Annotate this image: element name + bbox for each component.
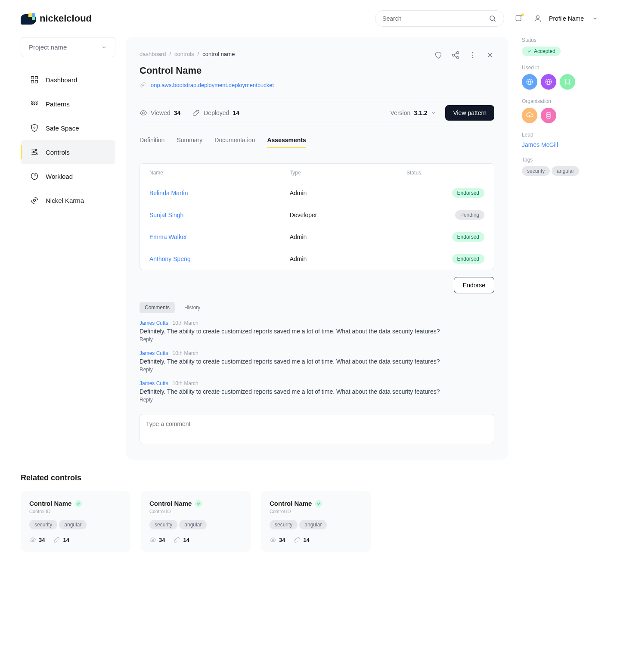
svg-point-33 — [32, 539, 34, 541]
share-icon[interactable] — [451, 51, 460, 59]
sidebar-item-label: Workload — [46, 173, 73, 180]
lead-label: Lead — [522, 132, 599, 138]
search-input[interactable] — [382, 15, 485, 22]
svg-point-23 — [472, 55, 474, 56]
logo-icon — [21, 12, 36, 25]
brand-logo[interactable]: nickelcloud — [21, 12, 92, 25]
breadcrumb-dashboard[interactable]: dashboard — [140, 51, 166, 57]
org-icon[interactable] — [541, 108, 556, 123]
tab-definition[interactable]: Definition — [140, 137, 164, 148]
svg-point-8 — [34, 101, 35, 102]
usedin-icon[interactable] — [560, 74, 575, 90]
views-stat: 34 — [149, 536, 165, 543]
comment-author[interactable]: James Cutts — [140, 350, 168, 356]
notification-icon[interactable] — [515, 14, 523, 23]
check-icon — [195, 500, 202, 507]
usedin-icon[interactable] — [541, 74, 556, 90]
heart-icon[interactable] — [434, 51, 443, 59]
table-row: Emma Walker Admin Endorsed — [140, 226, 494, 248]
view-pattern-button[interactable]: View pattern — [445, 105, 494, 121]
table-row: Anthony Speng Admin Endorsed — [140, 248, 494, 270]
related-card-title: Control Name — [270, 500, 362, 507]
chevron-down-icon — [591, 14, 599, 23]
svg-point-29 — [569, 79, 570, 81]
profile-menu[interactable]: Profile Name — [533, 14, 599, 23]
profile-name: Profile Name — [549, 15, 584, 22]
project-selector[interactable]: Project name — [21, 37, 115, 57]
table-row: Sunjat Singh Developer Pending — [140, 204, 494, 226]
sidebar-item-label: Safe Space — [46, 124, 79, 132]
sidebar-item-workload[interactable]: Workload — [21, 164, 115, 188]
row-name[interactable]: Emma Walker — [149, 233, 290, 240]
sidebar-item-controls[interactable]: Controls — [21, 140, 115, 164]
version-selector[interactable]: Version 3.1.2 — [391, 109, 437, 116]
tag-pill[interactable]: angular — [179, 520, 207, 529]
svg-point-0 — [490, 16, 495, 21]
subtab-history[interactable]: History — [179, 302, 205, 313]
tab-summary[interactable]: Summary — [177, 137, 202, 148]
status-badge: Accepted — [522, 47, 561, 56]
tab-documentation[interactable]: Documentation — [214, 137, 255, 148]
deployed-stat: Deployed 14 — [192, 109, 239, 117]
project-name: Project name — [29, 44, 67, 51]
comment-date: 10th March — [173, 350, 198, 356]
search-icon[interactable] — [488, 14, 497, 23]
svg-point-19 — [457, 52, 459, 54]
rocket-icon — [192, 109, 200, 117]
comment-author[interactable]: James Cutts — [140, 320, 168, 326]
resource-link[interactable]: onp.aws.bootstrap.deployment.deploymentb… — [151, 82, 274, 88]
org-icon[interactable] — [522, 108, 537, 123]
svg-point-15 — [33, 151, 34, 152]
row-name[interactable]: Anthony Speng — [149, 255, 290, 262]
sidebar-item-label: Nickel Karma — [46, 197, 84, 204]
tag-pill[interactable]: security — [149, 520, 177, 529]
comment-date: 10th March — [173, 320, 198, 326]
endorse-button[interactable]: Endorse — [454, 277, 494, 293]
reply-button[interactable]: Reply — [140, 367, 494, 373]
related-card[interactable]: Control Name Control ID securityangular … — [261, 491, 371, 552]
svg-point-16 — [36, 153, 37, 155]
row-type: Developer — [290, 212, 406, 218]
deploys-stat: 14 — [53, 536, 69, 543]
row-name[interactable]: Sunjat Singh — [149, 212, 290, 218]
svg-point-25 — [143, 112, 145, 114]
reply-button[interactable]: Reply — [140, 397, 494, 403]
row-name[interactable]: Belinda Martin — [149, 190, 290, 196]
tag-pill[interactable]: angular — [552, 166, 579, 176]
svg-point-7 — [31, 101, 33, 102]
lead-link[interactable]: James McGill — [522, 141, 599, 148]
comment-author[interactable]: James Cutts — [140, 380, 168, 386]
sidebar-item-patterns[interactable]: Patterns — [21, 92, 115, 116]
sidebar-item-label: Dashboard — [46, 76, 77, 84]
tag-pill[interactable]: security — [29, 520, 57, 529]
tag-pill[interactable]: security — [270, 520, 298, 529]
svg-point-10 — [31, 103, 33, 104]
breadcrumb-controls[interactable]: controls — [174, 51, 194, 57]
svg-rect-6 — [35, 81, 38, 83]
usedin-icon[interactable] — [522, 74, 537, 90]
controls-icon — [30, 148, 39, 156]
svg-rect-4 — [35, 77, 38, 79]
chevron-down-icon — [101, 44, 107, 50]
svg-point-14 — [35, 149, 37, 150]
subtab-comments[interactable]: Comments — [140, 302, 175, 313]
sidebar-item-nickelkarma[interactable]: Nickel Karma — [21, 188, 115, 212]
comment-input[interactable] — [140, 414, 494, 444]
svg-point-21 — [457, 56, 459, 59]
views-stat: 34 — [29, 536, 45, 543]
sidebar-item-safespace[interactable]: Safe Space — [21, 116, 115, 140]
related-card[interactable]: Control Name Control ID securityangular … — [21, 491, 130, 552]
close-icon[interactable] — [486, 51, 494, 59]
table-row: Belinda Martin Admin Endorsed — [140, 182, 494, 204]
sidebar-item-dashboard[interactable]: Dashboard — [21, 68, 115, 92]
search-box[interactable] — [375, 10, 504, 27]
more-icon[interactable] — [468, 51, 477, 59]
related-card[interactable]: Control Name Control ID securityangular … — [141, 491, 251, 552]
page-title: Control Name — [140, 65, 494, 76]
tag-pill[interactable]: angular — [59, 520, 87, 529]
comment: James Cutts 10th March Definitely. The a… — [140, 320, 494, 342]
tag-pill[interactable]: security — [522, 166, 550, 176]
tab-assessments[interactable]: Assessments — [267, 137, 306, 148]
tag-pill[interactable]: angular — [299, 520, 327, 529]
reply-button[interactable]: Reply — [140, 336, 494, 342]
